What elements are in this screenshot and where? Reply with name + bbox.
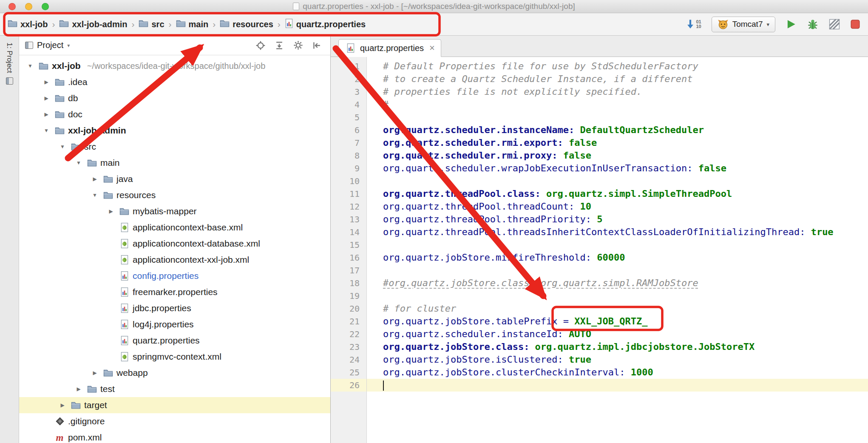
collapse-expand-button[interactable] (275, 41, 284, 50)
hide-panel-icon (312, 41, 322, 50)
code-line-7[interactable]: org.quartz.scheduler.rmi.export: false (367, 136, 868, 149)
editor-tab-label: quartz.properties (360, 43, 424, 53)
hide-panel-button[interactable] (312, 41, 322, 50)
tree-row-applicationcontext-xxl-job-xml[interactable]: applicationcontext-xxl-job.xml (19, 252, 330, 268)
tree-expand-arrow[interactable]: ▼ (90, 192, 100, 198)
tree-row-log4j-properties[interactable]: log4j.properties (19, 316, 330, 332)
vcs-incoming-counts: 01 10 (696, 20, 701, 29)
settings-button[interactable] (293, 40, 303, 50)
tree-expand-arrow[interactable]: ▶ (57, 402, 68, 408)
coverage-button[interactable] (829, 19, 840, 30)
code-line-20[interactable]: # for cluster (367, 302, 868, 315)
code-line-10[interactable] (367, 175, 868, 187)
breadcrumb-item-src[interactable]: src (139, 19, 164, 30)
tree-row--gitignore[interactable]: .gitignore (19, 413, 330, 429)
tree-row-xxl-job[interactable]: ▼xxl-job~/workspaces/idea-git-workspace/… (19, 58, 330, 74)
tree-row-target[interactable]: ▶target (19, 397, 330, 413)
code-token: # properties file is not explicitly spec… (383, 86, 642, 97)
tree-expand-arrow[interactable]: ▼ (57, 144, 68, 150)
code-line-17[interactable] (367, 264, 868, 277)
breadcrumb-item-resources[interactable]: resources (220, 19, 273, 30)
code-line-18[interactable]: #org.quartz.jobStore.class: org.quartz.s… (367, 277, 868, 290)
code-line-5[interactable] (367, 111, 868, 124)
tree-expand-arrow[interactable]: ▼ (74, 160, 84, 166)
run-button[interactable] (786, 19, 797, 30)
code-line-26[interactable] (367, 379, 868, 392)
code-line-22[interactable]: org.quartz.scheduler.instanceId: AUTO (367, 328, 868, 341)
code-line-13[interactable]: org.quartz.threadPool.threadPriority: 5 (367, 213, 868, 226)
breadcrumb-item-xxl-job-admin[interactable]: xxl-job-admin (59, 19, 127, 30)
zoom-window-button[interactable] (42, 3, 49, 10)
code-line-16[interactable]: org.quartz.jobStore.misfireThreshold: 60… (367, 251, 868, 264)
tree-expand-arrow[interactable]: ▶ (106, 208, 116, 214)
ide-window: quartz.properties - xxl-job - [~/workspa… (0, 0, 868, 443)
tree-row-doc[interactable]: ▶doc (19, 106, 330, 122)
minimize-window-button[interactable] (25, 3, 32, 10)
tree-row-xxl-job-admin[interactable]: ▼xxl-job-admin (19, 122, 330, 139)
code-line-23[interactable]: org.quartz.jobStore.class: org.quartz.im… (367, 341, 868, 353)
spring-xml-icon (119, 223, 130, 232)
tree-expand-arrow[interactable]: ▶ (90, 176, 100, 182)
code-token: org.quartz.scheduler.instanceId: (383, 329, 563, 339)
tree-expand-arrow[interactable]: ▶ (41, 111, 51, 117)
tree-row--idea[interactable]: ▶.idea (19, 74, 330, 90)
tree-row-src[interactable]: ▼src (19, 139, 330, 155)
locate-button[interactable] (256, 41, 265, 50)
tree-row-freemarker-properties[interactable]: freemarker.properties (19, 284, 330, 300)
breadcrumb-item-quartz-properties[interactable]: quartz.properties (285, 19, 366, 30)
tree-row-main[interactable]: ▼main (19, 155, 330, 171)
tree-row-mybatis-mapper[interactable]: ▶mybatis-mapper (19, 203, 330, 219)
code-line-11[interactable]: org.quartz.threadPool.class: org.quartz.… (367, 187, 868, 200)
code-line-6[interactable]: org.quartz.scheduler.instanceName: Defau… (367, 124, 868, 136)
tree-expand-arrow[interactable]: ▶ (41, 95, 51, 101)
tab-close-icon[interactable]: × (429, 43, 435, 53)
editor-tab-quartz-properties[interactable]: quartz.properties × (338, 39, 441, 57)
tree-row-pom-xml[interactable]: mpom.xml (19, 429, 330, 443)
run-configuration-selector[interactable]: Tomcat7 ▾ (712, 17, 775, 32)
code-line-9[interactable]: org.quartz.scheduler.wrapJobExecutionInU… (367, 162, 868, 175)
tree-row-java[interactable]: ▶java (19, 171, 330, 187)
code-line-1[interactable]: # Default Properties file for use by Std… (367, 60, 868, 73)
code-line-3[interactable]: # properties file is not explicitly spec… (367, 85, 868, 98)
tree-row-quartz-properties[interactable]: quartz.properties (19, 332, 330, 349)
close-window-button[interactable] (9, 3, 16, 10)
tree-expand-arrow[interactable]: ▶ (74, 386, 84, 392)
tree-expand-arrow[interactable]: ▶ (41, 79, 51, 85)
code-line-19[interactable] (367, 290, 868, 302)
vcs-count-bottom: 10 (696, 24, 701, 29)
code-line-21[interactable]: org.quartz.jobStore.tablePrefix = XXL_JO… (367, 315, 868, 328)
window-title: quartz.properties - xxl-job - [~/workspa… (303, 2, 575, 11)
tree-expand-arrow[interactable]: ▼ (25, 63, 35, 69)
tree-expand-arrow[interactable]: ▼ (41, 128, 51, 133)
code-area[interactable]: # Default Properties file for use by Std… (367, 57, 868, 443)
code-line-15[interactable] (367, 239, 868, 251)
breadcrumb-item-main[interactable]: main (176, 19, 209, 30)
code-line-14[interactable]: org.quartz.threadPool.threadsInheritCont… (367, 226, 868, 239)
project-stripe-button[interactable]: 1: Project (5, 43, 14, 85)
code-line-12[interactable]: org.quartz.threadPool.threadCount: 10 (367, 200, 868, 213)
tree-row-applicationcontext-database-xml[interactable]: applicationcontext-database.xml (19, 236, 330, 252)
code-line-8[interactable]: org.quartz.scheduler.rmi.proxy: false (367, 149, 868, 162)
vcs-incoming-widget[interactable]: 01 10 (686, 19, 701, 29)
breadcrumb-item-xxl-job[interactable]: xxl-job (8, 19, 48, 30)
chevron-down-icon[interactable]: ▾ (67, 43, 70, 48)
tree-row-config-properties[interactable]: config.properties (19, 268, 330, 284)
tomcat-icon (718, 19, 729, 29)
tree-row-webapp[interactable]: ▶webapp (19, 365, 330, 381)
code-line-2[interactable]: # to create a Quartz Scheduler Instance,… (367, 73, 868, 85)
tree-row-db[interactable]: ▶db (19, 90, 330, 106)
code-line-24[interactable]: org.quartz.jobStore.isClustered: true (367, 353, 868, 366)
tree-row-jdbc-properties[interactable]: jdbc.properties (19, 300, 330, 316)
code-token: org.quartz.impl.jdbcjobstore.JobStoreTX (529, 341, 755, 352)
debug-button[interactable] (807, 19, 819, 30)
tree-row-applicationcontext-base-xml[interactable]: applicationcontext-base.xml (19, 219, 330, 236)
code-line-4[interactable]: # (367, 98, 868, 111)
tree-expand-arrow[interactable]: ▶ (90, 370, 100, 376)
stop-button[interactable] (850, 19, 860, 29)
tree-label: main (100, 158, 120, 168)
code-line-25[interactable]: org.quartz.jobStore.clusterCheckinInterv… (367, 366, 868, 379)
tree-row-test[interactable]: ▶test (19, 381, 330, 397)
tree-row-resources[interactable]: ▼resources (19, 187, 330, 203)
tree-row-springmvc-context-xml[interactable]: springmvc-context.xml (19, 349, 330, 365)
code-token: false (692, 163, 726, 173)
